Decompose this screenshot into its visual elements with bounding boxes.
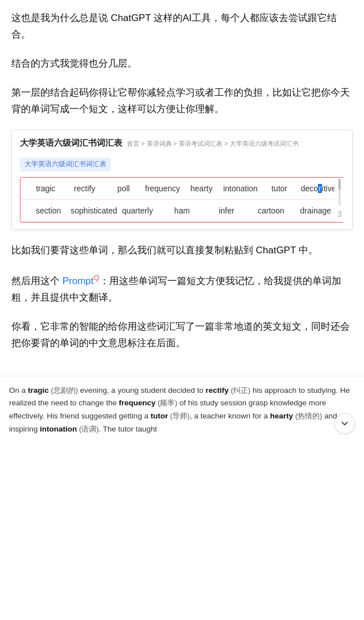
vocab-word-section[interactable]: section	[26, 204, 71, 217]
vocab-card-tag-row: 大学英语六级词汇书词汇表	[12, 153, 352, 174]
chevron-down-icon	[340, 418, 350, 429]
cn-intonation: (语调)	[77, 425, 98, 433]
sample-text-box: On a tragic (悲剧的) evening, a young stude…	[0, 376, 364, 442]
word-frequency: frequency	[119, 399, 156, 407]
scroll-thumb	[338, 179, 341, 190]
cn-tutor: (导师)	[168, 412, 189, 420]
vocab-word-ham[interactable]: ham	[160, 204, 204, 217]
word-hearty: hearty	[270, 412, 293, 420]
cn-hearty: (热情的)	[293, 412, 322, 420]
cn-rectify: (纠正)	[229, 386, 250, 395]
vocab-word-quarterly[interactable]: quarterly	[115, 204, 160, 217]
vocab-word-tragic[interactable]: tragic	[26, 182, 65, 195]
paragraph-5: 然后用这个 PromptQ：用这些单词写一篇短文方便我记忆，给我提供的单词加粗，…	[11, 272, 353, 306]
word-tragic: tragic	[28, 386, 49, 395]
vocab-word-drainage[interactable]: drainage	[293, 204, 338, 217]
cn-frequency: (频率)	[155, 399, 177, 407]
word-tutor: tutor	[151, 412, 168, 420]
word-rectify: rectify	[206, 386, 229, 395]
prompt-superscript-icon: Q	[94, 273, 100, 282]
paragraph-2: 结合的方式我觉得也分几层。	[11, 56, 353, 72]
vocab-words-box: tragic rectify poll frequency hearty int…	[20, 177, 344, 223]
vocab-word-tutor[interactable]: tutor	[260, 182, 299, 195]
vocab-word-sophisticated[interactable]: sophisticated	[71, 204, 115, 217]
paragraph-4: 比如我们要背这些单词，那么我们就可以直接复制粘贴到 ChatGPT 中。	[11, 243, 353, 259]
vocab-card-tag[interactable]: 大学英语六级词汇书词汇表	[20, 158, 111, 171]
vocab-word-poll[interactable]: poll	[104, 182, 143, 195]
vocab-word-infer[interactable]: infer	[204, 204, 249, 217]
vocab-word-intonation[interactable]: intonation	[221, 182, 260, 195]
sample-text-content: On a tragic (悲剧的) evening, a young stude…	[9, 386, 350, 434]
vocab-word-decorative[interactable]: decoritive	[299, 182, 338, 195]
p5-prefix: 然后用这个	[11, 276, 63, 286]
vocab-words-row-2: section sophisticated quarterly ham infe…	[20, 200, 344, 222]
scroll-track	[338, 179, 341, 206]
vocab-word-frequency[interactable]: frequency	[143, 182, 183, 195]
chevron-down-button[interactable]	[334, 413, 355, 434]
word-intonation: intonation	[40, 425, 77, 433]
vocab-card-header: 大学英语六级词汇书词汇表 首页 > 英语词典 > 英语考试词汇表 > 大学英语六…	[12, 130, 352, 153]
vocab-words-row-1: tragic rectify poll frequency hearty int…	[20, 178, 344, 200]
vocab-card-breadcrumb: 首页 > 英语词典 > 英语考试词汇表 > 大学英语六级考试词汇书	[127, 139, 299, 149]
cn-tragic: (悲剧的)	[49, 386, 78, 395]
vocab-word-hearty[interactable]: hearty	[182, 182, 221, 195]
paragraph-1: 这也是我为什么总是说 ChatGPT 这样的AI工具，每个人都应该去尝试跟它结合…	[11, 10, 353, 43]
main-content: 这也是我为什么总是说 ChatGPT 这样的AI工具，每个人都应该去尝试跟它结合…	[0, 0, 364, 376]
scroll-indicator: 3	[334, 178, 345, 223]
prompt-label: Prompt	[63, 276, 94, 286]
scroll-number: 3	[337, 208, 342, 220]
vocab-card-title: 大学英语六级词汇书词汇表	[20, 136, 122, 150]
paragraph-6: 你看，它非常的智能的给你用这些词汇写了一篇非常地道的英文短文，同时还会把你要背的…	[11, 319, 353, 352]
vocab-word-rectify[interactable]: rectify	[65, 182, 105, 195]
paragraph-3: 第一层的结合起码你得让它帮你减轻点学习或者工作的负担，比如让它把你今天背的单词写…	[11, 85, 353, 118]
vocab-word-cartoon[interactable]: cartoon	[249, 204, 293, 217]
vocab-card: 大学英语六级词汇书词汇表 首页 > 英语词典 > 英语考试词汇表 > 大学英语六…	[11, 130, 353, 230]
